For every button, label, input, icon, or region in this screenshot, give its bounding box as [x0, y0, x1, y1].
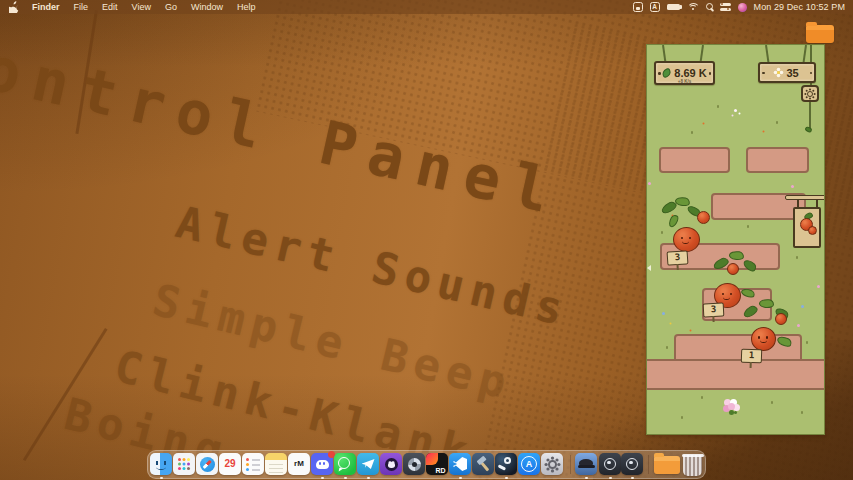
window-manager-glyph: [636, 7, 640, 10]
dock-telegram-icon[interactable]: [357, 453, 379, 475]
menu-bar-clock[interactable]: Mon 29 Dec 10:52 PM: [754, 2, 845, 12]
menu-item-window[interactable]: Window: [184, 0, 230, 14]
apple-menu-icon[interactable]: [0, 1, 25, 13]
dock-system-settings-icon[interactable]: [541, 453, 563, 475]
dock-remarkable-icon[interactable]: rM: [288, 453, 310, 475]
running-indicator: [585, 477, 588, 480]
dock-reel-app-icon[interactable]: [599, 453, 621, 475]
wifi-icon[interactable]: [687, 3, 699, 12]
tomato-plant: [657, 195, 717, 255]
leaf-icon: [661, 67, 673, 78]
dock-separator: [570, 455, 571, 474]
flower-icon: [777, 71, 780, 74]
running-indicator: [344, 477, 347, 480]
small-tomato: [775, 313, 787, 325]
menu-item-file[interactable]: File: [67, 0, 96, 14]
dock-notes-icon[interactable]: [265, 453, 287, 475]
tomato-character: [751, 327, 776, 351]
dock-dark-reel-app-icon[interactable]: [403, 453, 425, 475]
dock-app-store-icon[interactable]: A: [518, 453, 540, 475]
menu-app-name[interactable]: Finder: [25, 0, 67, 14]
control-center-icon[interactable]: [720, 3, 731, 12]
farm-game-widget: 8.69 K +8 K/s 35: [646, 44, 825, 435]
vine-leaf: [804, 126, 813, 134]
flower-bouquet: [728, 403, 735, 410]
running-indicator: [609, 477, 612, 480]
calendar-day: 29: [219, 453, 241, 475]
flower-value: 35: [786, 67, 798, 79]
dock-launchpad-icon[interactable]: [173, 453, 195, 475]
currency-value: 8.69 K: [674, 67, 706, 79]
plant-leaf: [742, 258, 759, 274]
flower-count-sign: 35: [758, 62, 816, 83]
dock-hammer-icon[interactable]: [472, 453, 494, 475]
plant-leaf: [728, 250, 744, 261]
spotlight-icon[interactable]: [706, 3, 713, 10]
dock-separator: [648, 455, 649, 474]
sign-tomato: [808, 226, 817, 235]
game-settings-button[interactable]: [801, 85, 819, 102]
plant-leaf: [776, 334, 793, 348]
running-indicator: [459, 477, 462, 480]
dock-reminders-icon[interactable]: [242, 453, 264, 475]
running-indicator: [321, 477, 324, 480]
small-tomato: [727, 263, 739, 275]
shop-sign-bar: [785, 195, 825, 200]
menu-bar-status-area: A Mon 29 Dec 10:52 PM: [633, 2, 853, 12]
gear-vine: [809, 102, 811, 130]
running-indicator: [160, 477, 163, 480]
plant-leaf: [667, 213, 680, 228]
dock-whatsapp-icon[interactable]: [334, 453, 356, 475]
toggle-dot: [721, 3, 723, 5]
running-indicator: [367, 477, 370, 480]
currency-rate: +8 K/s: [659, 78, 710, 83]
app-store-letter: A: [518, 453, 540, 475]
menu-bar: Finder File Edit View Go Window Help A M…: [0, 0, 853, 14]
menu-bar-left: Finder File Edit View Go Window Help: [0, 0, 262, 14]
menu-item-help[interactable]: Help: [230, 0, 263, 14]
remarkable-label: rM: [288, 453, 310, 475]
dock-rider-icon[interactable]: RD: [426, 453, 448, 475]
currency-sign: 8.69 K +8 K/s: [654, 61, 715, 85]
running-indicator: [631, 477, 634, 480]
input-source-icon[interactable]: A: [650, 2, 660, 12]
menu-item-edit[interactable]: Edit: [95, 0, 125, 14]
menu-item-view[interactable]: View: [125, 0, 158, 14]
garden-plot: [746, 147, 809, 173]
plant-leaf: [759, 298, 775, 308]
panel-collapse-arrow[interactable]: [647, 265, 651, 271]
running-indicator: [505, 477, 508, 480]
dock-calendar-icon[interactable]: 29: [219, 453, 241, 475]
dock-steam-icon[interactable]: [495, 453, 517, 475]
dock-discord-icon[interactable]: [311, 453, 333, 475]
dock-reel-app-icon-2[interactable]: [621, 453, 643, 475]
shop-sign: [793, 207, 821, 248]
garden-plot: [646, 359, 825, 390]
toggle-dot: [727, 8, 729, 10]
window-manager-icon[interactable]: [633, 2, 643, 12]
menu-item-go[interactable]: Go: [158, 0, 184, 14]
dock-farm-game-icon[interactable]: [575, 453, 597, 475]
scattered-flowers: [647, 45, 650, 48]
rider-label: RD: [435, 467, 445, 474]
dock-downloads-folder-icon[interactable]: [654, 456, 680, 474]
plot-count-sign: 3: [703, 302, 725, 317]
small-tomato: [697, 211, 710, 224]
plant-leaf: [742, 304, 759, 319]
dock-vscode-icon[interactable]: [449, 453, 471, 475]
dock-finder-icon[interactable]: [150, 453, 172, 475]
plot-count-sign: 3: [667, 250, 689, 265]
gear-icon: [807, 91, 813, 97]
plot-count-sign: 1: [741, 349, 762, 364]
dock-trash-icon[interactable]: [683, 455, 702, 476]
dock-github-desktop-icon[interactable]: [380, 453, 402, 475]
desktop-folder-icon[interactable]: [806, 25, 834, 43]
app-dot-icon[interactable]: [738, 3, 747, 12]
dock-safari-icon[interactable]: [196, 453, 218, 475]
battery-icon[interactable]: [667, 4, 680, 11]
garden-plot: [659, 147, 730, 173]
tomato-character: [673, 227, 700, 252]
